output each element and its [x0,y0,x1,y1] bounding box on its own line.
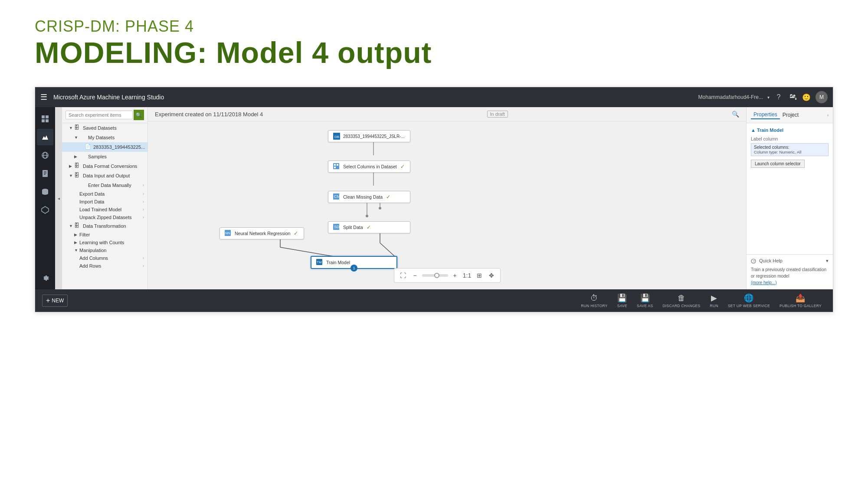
feedback-icon[interactable]: 🙂 [802,92,811,102]
users-icon[interactable] [788,92,797,102]
draft-badge: In draft [487,111,508,118]
sidebar-item-manipulation[interactable]: ▼ Manipulation [62,246,147,254]
canvas-area[interactable]: Experiment created on 11/11/2018 Model 4… [148,107,746,289]
notebooks-icon[interactable] [37,165,53,182]
sidebar-label: Import Data [79,199,104,204]
expand-icon: ▶ [69,164,74,168]
sidebar-item-unpack-zipped[interactable]: Unpack Zipped Datasets › [62,213,147,221]
select-cols-icon [333,163,341,170]
fit-screen-btn[interactable]: ⛶ [398,270,408,281]
zoom-out-btn[interactable]: − [410,270,420,281]
sidebar-item-samples[interactable]: ▶ Samples [62,152,147,161]
zoom-100-btn[interactable]: 1:1 [462,270,472,281]
sidebar-item-my-datasets[interactable]: ▼ My Datasets [62,133,147,142]
canvas-search-icon[interactable]: 🔍 [732,111,739,118]
module-icon [79,182,86,189]
sidebar-label: Data Input and Output [83,173,130,178]
train-model-icon: TM [316,259,324,266]
sidebar-collapse-btn[interactable]: ◂ [55,107,62,289]
grid-btn[interactable]: ⊞ [474,270,485,281]
more-help-link[interactable]: (more help...) [751,280,776,285]
save-as-action[interactable]: 💾 SAVE AS [632,291,657,310]
svg-rect-7 [43,170,48,177]
expand-icon: ▶ [74,154,79,159]
search-button[interactable]: 🔍 [134,110,144,120]
folder-icon: 🗄 [74,223,81,229]
quick-help-content: Train a previously created classificatio… [751,266,829,286]
train-model-node[interactable]: TM Train Model 1 [311,256,397,269]
web-services-icon[interactable] [37,147,53,164]
expand-icon: ▼ [69,174,74,178]
sidebar-item-enter-data[interactable]: Enter Data Manually › [62,180,147,190]
sidebar-item-import-data[interactable]: Import Data › [62,198,147,206]
sidebar-search-area: 🔍 [62,107,147,123]
save-as-label: SAVE AS [637,304,653,308]
train-model-badge: 1 [350,265,357,272]
quick-help-section: ? Quick Help ▾ Train a previously create… [747,254,833,289]
canvas-zoom-toolbar: ⛶ − + 1:1 ⊞ ✥ [394,268,501,283]
run-history-action[interactable]: ⏱ RUN HISTORY [576,292,612,310]
sidebar-item-data-transformation[interactable]: ▼ 🗄 Data Transformation [62,221,147,231]
sidebar-item-dataset-file[interactable]: 📄 2833353_1994453225... [62,142,147,152]
check-icon: ✓ [400,164,405,170]
clean-missing-icon: CM [333,193,341,201]
canvas-header: Experiment created on 11/11/2018 Model 4… [148,107,746,121]
sidebar-item-data-input-output[interactable]: ▼ 🗄 Data Input and Output [62,171,147,180]
panel-expand-icon[interactable]: › [827,113,829,118]
sidebar-item-export-data[interactable]: Export Data › [62,190,147,198]
tab-project[interactable]: Project [780,111,801,119]
sidebar-item-add-columns[interactable]: Add Columns › [62,254,147,262]
new-button[interactable]: + NEW [42,295,68,307]
check-icon: ✓ [386,194,390,200]
setup-web-action[interactable]: 🌐 SET UP WEB SERVICE [724,291,774,310]
select-cols-node[interactable]: Select Columns in Dataset ✓ [328,160,410,173]
launch-column-selector-btn[interactable]: Launch column selector [751,160,805,168]
user-avatar[interactable]: M [816,91,828,103]
discard-changes-action[interactable]: 🗑 DISCARD CHANGES [658,292,704,310]
dataset-node[interactable]: DB 2833353_1994453225_JSLR-... [328,130,410,142]
chevron-down-icon[interactable]: ▾ [767,95,770,100]
sidebar-item-saved-datasets[interactable]: ▼ 🗄 Saved Datasets [62,123,147,133]
publish-gallery-action[interactable]: 📤 PUBLISH TO GALLERY [775,291,826,310]
models-icon[interactable] [37,202,53,218]
sidebar-label: Filter [79,232,90,237]
sidebar-item-filter[interactable]: ▶ Filter [62,231,147,239]
sidebar-item-load-trained[interactable]: Load Trained Model › [62,206,147,213]
search-input[interactable] [66,111,133,119]
sidebar-label: Learning with Counts [79,240,124,245]
train-model-section-title: ▲ Train Model [751,128,829,133]
quick-help-toggle[interactable]: ? Quick Help ▾ [751,258,829,264]
neural-network-node[interactable]: NN Neural Network Regression ✓ [219,227,304,239]
save-icon: 💾 [617,293,627,303]
svg-rect-27 [334,164,336,166]
pan-btn[interactable]: ✥ [486,270,497,281]
zoom-slider-track [422,274,448,277]
svg-point-18 [379,207,381,210]
file-icon: 📄 [85,144,92,151]
help-icon[interactable]: ? [774,92,783,102]
clean-missing-node[interactable]: CM Clean Missing Data ✓ [328,191,410,203]
run-action[interactable]: ▶ RUN [706,291,723,310]
hamburger-menu-icon[interactable]: ☰ [40,92,47,102]
icon-rail [35,107,55,289]
sidebar-label: Unpack Zipped Datasets [79,215,131,220]
zoom-in-btn[interactable]: + [450,270,460,281]
split-data-node[interactable]: SD Split Data ✓ [328,221,410,233]
quick-help-collapse-icon[interactable]: ▾ [826,258,829,264]
save-action[interactable]: 💾 SAVE [613,291,632,310]
svg-line-20 [380,243,394,256]
select-cols-label: Select Columns in Dataset [343,164,397,169]
sidebar-item-add-rows[interactable]: Add Rows › [62,262,147,270]
expand-icon: ▼ [69,224,74,228]
experiments-icon[interactable] [37,129,53,145]
svg-rect-29 [334,167,336,168]
settings-icon[interactable] [37,269,53,286]
tab-properties[interactable]: Properties [751,111,780,119]
zoom-slider-thumb[interactable] [434,273,439,278]
props-body: ▲ Train Model Label column Selected colu… [747,123,833,254]
datasets-icon[interactable] [37,183,53,200]
projects-icon[interactable] [37,111,53,127]
sidebar-item-data-format[interactable]: ▶ 🗄 Data Format Conversions [62,161,147,171]
sidebar-item-learning-counts[interactable]: ▶ Learning with Counts [62,239,147,246]
canvas-content[interactable]: DB 2833353_1994453225_JSLR-... Select Co… [148,121,746,288]
